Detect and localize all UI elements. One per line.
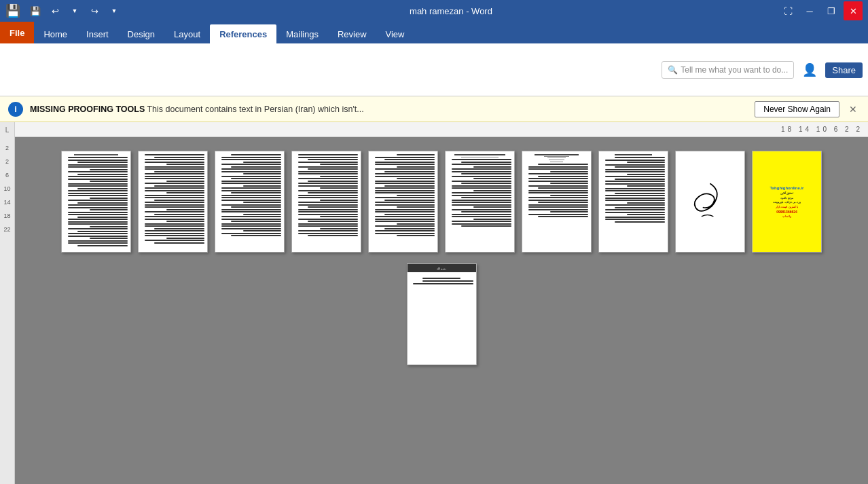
undo-dropdown[interactable]: ▼ <box>65 1 84 20</box>
ruler-num-4: 10 <box>3 182 10 196</box>
ad-tagline: تحقیق آنلاین <box>780 191 793 195</box>
restore-button[interactable]: ❐ <box>822 1 841 20</box>
tab-file[interactable]: File <box>0 22 34 43</box>
pages-row-1: Tahghighonline.ir تحقیق آنلاین مرجع دانل… <box>61 151 822 253</box>
undo-button[interactable]: ↩ <box>46 1 65 20</box>
page-2[interactable] <box>138 151 208 253</box>
notification-icon: i <box>8 102 23 117</box>
share-button[interactable]: Share <box>825 62 863 78</box>
ribbon-search[interactable]: 🔍 Tell me what you want to do... <box>662 61 794 79</box>
ruler-numbers: 18 14 10 6 2 2 <box>781 126 863 133</box>
minimize-button[interactable]: ─ <box>800 1 819 20</box>
customize-qat[interactable]: ▼ <box>105 1 124 20</box>
page-8-content <box>599 151 668 252</box>
page-10-ad: Tahghighonline.ir تحقیق آنلاین مرجع دانل… <box>753 151 821 252</box>
notification-text: MISSING PROOFING TOOLS This document con… <box>30 105 748 114</box>
ruler-num-1: 2 <box>5 141 9 155</box>
tab-review[interactable]: Review <box>328 24 376 43</box>
notification-bar: i MISSING PROOFING TOOLS This document c… <box>0 96 868 122</box>
page-9-content <box>676 151 744 252</box>
tab-view[interactable]: View <box>376 24 414 43</box>
vertical-ruler: 2 2 6 10 14 18 22 <box>0 137 15 484</box>
close-button[interactable]: ✕ <box>844 1 863 20</box>
page-6-content <box>446 151 514 252</box>
ad-logo: Tahghighonline.ir <box>770 186 804 190</box>
page-3-content <box>215 151 284 252</box>
document-title: mah ramezan - Word <box>124 6 778 16</box>
title-bar: 💾 💾 ↩ ▼ ↪ ▼ mah ramezan - Word ⛶ ─ ❐ ✕ <box>0 0 868 22</box>
page-11[interactable]: بسم الله <box>407 263 477 365</box>
tab-home[interactable]: Home <box>34 24 77 43</box>
ad-phone: 09981366624 <box>776 210 797 214</box>
page-9[interactable] <box>675 151 745 253</box>
page-1[interactable] <box>61 151 131 253</box>
page-3[interactable] <box>215 151 285 253</box>
ruler-num-2: 2 <box>5 155 9 168</box>
undo-group: 💾 ↩ ▼ ↪ ▼ <box>26 1 124 20</box>
title-bar-controls: ⛶ ─ ❐ ✕ <box>778 1 863 20</box>
notification-close-button[interactable]: ✕ <box>846 103 860 116</box>
page-5-content <box>369 151 437 252</box>
ruler-num-7: 22 <box>3 223 10 236</box>
ruler-num-5: 14 <box>3 196 10 209</box>
pages-container: Tahghighonline.ir تحقیق آنلاین مرجع دانل… <box>15 137 868 484</box>
tab-mailings[interactable]: Mailings <box>276 24 328 43</box>
ruler-corner-label: L <box>5 126 10 134</box>
pages-row-2: بسم الله <box>407 263 477 365</box>
page-8[interactable] <box>598 151 668 253</box>
notification-message: This document contains text in Persian (… <box>147 105 363 114</box>
tab-design[interactable]: Design <box>118 24 164 43</box>
redo-button[interactable]: ↪ <box>85 1 104 20</box>
ribbon: File Home Insert Design Layout Reference… <box>0 22 868 96</box>
tab-references[interactable]: References <box>210 24 276 43</box>
notification-title: MISSING PROOFING TOOLS <box>30 105 145 114</box>
save-button[interactable]: 💾 <box>26 1 45 20</box>
fullscreen-button[interactable]: ⛶ <box>778 1 797 20</box>
word-icon: 💾 <box>5 3 20 18</box>
ribbon-tabs: File Home Insert Design Layout Reference… <box>0 22 868 43</box>
tab-layout[interactable]: Layout <box>164 24 210 43</box>
ruler-vertical-numbers: 2 2 6 10 14 18 22 <box>3 140 10 236</box>
page-1-content <box>62 151 130 252</box>
page-2-content <box>139 151 207 252</box>
page-7-content <box>522 151 591 252</box>
search-placeholder: Tell me what you want to do... <box>681 65 788 75</box>
page-10[interactable]: Tahghighonline.ir تحقیق آنلاین مرجع دانل… <box>752 151 822 253</box>
horizontal-ruler: L 18 14 10 6 2 2 <box>0 122 868 137</box>
page-4[interactable] <box>291 151 361 253</box>
page-4-content <box>292 151 361 252</box>
page-7[interactable] <box>522 151 592 253</box>
ruler-corner: L <box>0 122 15 137</box>
tab-insert[interactable]: Insert <box>77 24 118 43</box>
ribbon-content: 🔍 Tell me what you want to do... 👤 Share <box>0 43 868 96</box>
ruler-num-3: 6 <box>5 168 9 182</box>
never-show-again-button[interactable]: Never Show Again <box>755 101 839 117</box>
title-bar-left: 💾 💾 ↩ ▼ ↪ ▼ <box>5 1 124 20</box>
document-area: 2 2 6 10 14 18 22 <box>0 137 868 484</box>
page-11-content <box>408 272 476 365</box>
ruler-num-6: 18 <box>3 209 10 223</box>
search-icon: 🔍 <box>668 65 678 75</box>
page-5[interactable] <box>368 151 438 253</box>
page-11-header: بسم الله <box>437 267 446 270</box>
page-6[interactable] <box>445 151 515 253</box>
user-icon: 👤 <box>802 62 817 77</box>
